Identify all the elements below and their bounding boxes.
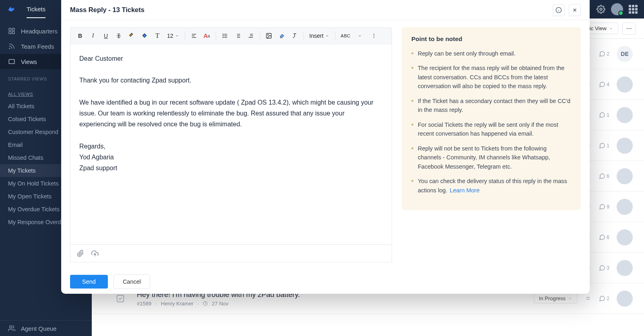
- comment-count: 9: [599, 204, 609, 210]
- svg-point-40: [223, 35, 223, 36]
- user-avatar[interactable]: [611, 3, 623, 15]
- cloud-upload-icon[interactable]: [91, 250, 99, 257]
- notes-panel: Point to be noted Reply can be sent only…: [402, 27, 581, 210]
- chat-icon: [599, 295, 605, 302]
- modal-header: Mass Reply - 13 Tickets: [61, 0, 590, 20]
- chat-icon: [599, 112, 605, 118]
- comment-count: 4: [599, 81, 609, 88]
- settings-icon[interactable]: [597, 5, 605, 14]
- close-icon: [572, 7, 578, 13]
- note-item: If the Ticket has a secondary contact th…: [411, 97, 571, 115]
- nav-agent-queue[interactable]: Agent Queue: [0, 321, 92, 336]
- eraser-button[interactable]: [276, 30, 287, 41]
- chat-icon: [599, 173, 605, 179]
- paragraph-2: We have identified a bug in our recent s…: [79, 97, 383, 130]
- contact-avatar: [617, 199, 633, 215]
- notes-title: Point to be noted: [411, 35, 571, 43]
- comment-count: 1: [599, 142, 609, 149]
- svg-point-8: [627, 28, 628, 29]
- info-button[interactable]: [553, 4, 565, 16]
- more-vertical-icon: [371, 33, 377, 39]
- mass-reply-modal: Mass Reply - 13 Tickets B I U: [61, 0, 590, 294]
- contact-avatar: [617, 168, 633, 184]
- svg-rect-2: [12, 28, 14, 30]
- severity-icon: [584, 295, 592, 302]
- editor-footer: [70, 245, 392, 262]
- clear-format-button[interactable]: [289, 30, 300, 41]
- spellcheck-dropdown[interactable]: ABC: [339, 33, 364, 38]
- chat-icon: [599, 204, 605, 210]
- comment-count: 1: [599, 112, 609, 118]
- more-button[interactable]: [622, 23, 636, 35]
- chat-icon: [599, 234, 605, 241]
- font-size-tool[interactable]: T: [152, 30, 163, 41]
- indent-button[interactable]: [245, 30, 256, 41]
- image-button[interactable]: [263, 30, 275, 41]
- bold-button[interactable]: B: [74, 30, 86, 41]
- ul-button[interactable]: [219, 30, 231, 41]
- nav-label: Agent Queue: [21, 325, 56, 332]
- insert-label: Insert: [310, 33, 324, 39]
- greeting-text: Dear Customer: [79, 53, 383, 64]
- svg-rect-3: [9, 32, 11, 34]
- comment-count: 2: [599, 51, 609, 57]
- learn-more-link[interactable]: Learn More: [450, 187, 479, 194]
- svg-rect-6: [9, 60, 14, 64]
- editor-toolbar: B I U T 12: [70, 27, 392, 44]
- close-button[interactable]: [569, 4, 581, 16]
- comment-count: 3: [599, 265, 609, 271]
- strike-button[interactable]: [113, 30, 124, 41]
- chevron-down-icon: [175, 34, 179, 38]
- attach-icon[interactable]: [77, 250, 84, 257]
- status-pill[interactable]: In Progress: [534, 293, 577, 303]
- modal-footer: Send Cancel: [61, 270, 590, 294]
- apps-grid-icon[interactable]: [629, 5, 638, 14]
- note-item: For social Tickets the reply will be sen…: [411, 120, 571, 138]
- contact-avatar: [617, 138, 633, 154]
- svg-point-10: [630, 28, 632, 29]
- svg-point-54: [374, 35, 374, 36]
- checkbox-icon[interactable]: [116, 294, 125, 303]
- modal-title: Mass Reply - 13 Tickets: [70, 6, 144, 14]
- chevron-down-icon: [358, 34, 362, 38]
- font-style-button[interactable]: Aa: [201, 30, 213, 41]
- signature-2: Yod Agbaria: [79, 152, 383, 163]
- note-item: Reply will not be sent to Tickets from t…: [411, 144, 571, 171]
- contact-avatar: [617, 291, 633, 307]
- signature-1: Regards,: [79, 141, 383, 152]
- svg-rect-4: [12, 32, 14, 34]
- chevron-down-icon: [568, 297, 572, 301]
- italic-button[interactable]: I: [87, 30, 99, 41]
- ol-button[interactable]: [232, 30, 244, 41]
- header-tab-tickets[interactable]: Tickets: [27, 1, 45, 18]
- more-tools-button[interactable]: [368, 30, 380, 41]
- comment-count: 2: [599, 295, 609, 302]
- insert-dropdown[interactable]: Insert: [307, 33, 332, 39]
- align-button[interactable]: [188, 30, 200, 41]
- contact-avatar: [617, 107, 633, 123]
- info-icon: [555, 7, 562, 13]
- signature-3: Zpad support: [79, 163, 383, 173]
- svg-point-52: [267, 35, 268, 35]
- contact-avatar: [617, 229, 633, 245]
- clock-icon: [203, 301, 208, 306]
- svg-rect-27: [117, 295, 124, 302]
- comment-count: 6: [599, 234, 609, 241]
- note-item: Reply can be sent only through email.: [411, 49, 571, 58]
- chat-icon: [599, 81, 605, 88]
- cancel-button[interactable]: Cancel: [114, 274, 150, 289]
- underline-button[interactable]: U: [100, 30, 111, 41]
- highlight-button[interactable]: [126, 30, 137, 41]
- editor-body[interactable]: Dear Customer Thank you for contacting Z…: [70, 44, 392, 245]
- chevron-down-icon: [609, 27, 613, 31]
- svg-point-9: [629, 28, 630, 29]
- contact-avatar: DE: [617, 46, 633, 62]
- svg-point-41: [223, 37, 223, 37]
- font-size-select[interactable]: 12: [165, 33, 182, 39]
- nav-label: Headquarters: [21, 28, 58, 35]
- paint-button[interactable]: [139, 30, 150, 41]
- nav-label: Team Feeds: [21, 43, 54, 50]
- send-button[interactable]: Send: [70, 275, 108, 289]
- nav-label: Views: [21, 58, 37, 65]
- chat-icon: [599, 265, 605, 271]
